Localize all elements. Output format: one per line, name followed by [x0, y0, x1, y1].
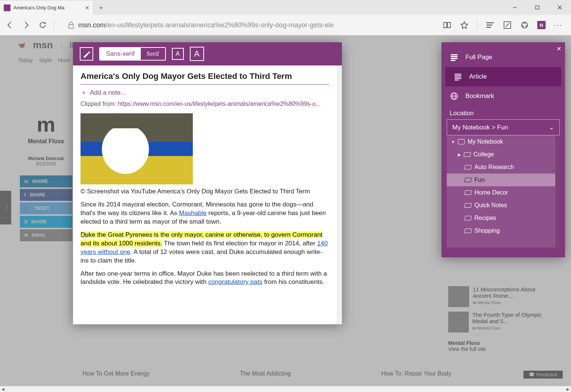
expand-icon[interactable]: ▶: [458, 153, 461, 157]
section-node[interactable]: Quick Notes: [447, 199, 555, 212]
font-toggle: Sans-serif Serif: [99, 47, 166, 61]
mashable-link[interactable]: Mashable: [179, 209, 207, 217]
favorite-button[interactable]: [460, 21, 469, 30]
svg-rect-15: [451, 58, 458, 59]
svg-rect-13: [451, 54, 458, 55]
minimize-button[interactable]: [504, 0, 526, 15]
section-icon: [464, 216, 472, 220]
section-group-node[interactable]: ▶ College: [447, 148, 555, 161]
section-group-icon: [464, 152, 471, 157]
section-icon: [464, 178, 472, 182]
collapse-icon[interactable]: ▼: [451, 140, 455, 144]
onenote-extension-button[interactable]: N: [537, 21, 546, 29]
section-node[interactable]: Fun: [447, 174, 555, 186]
clipper-preview-panel: Sans-serif Serif A A America's Only Dog …: [73, 42, 342, 324]
font-smaller-button[interactable]: A: [172, 48, 184, 60]
highlighter-button[interactable]: [80, 47, 93, 61]
sans-serif-button[interactable]: Sans-serif: [100, 48, 141, 60]
more-button[interactable]: ···: [554, 21, 563, 29]
hub-button[interactable]: [486, 22, 495, 28]
section-icon: [464, 229, 472, 233]
article-hero-image: [81, 113, 193, 184]
chevron-down-icon: ⌄: [549, 123, 554, 131]
notebook-icon: [458, 139, 465, 144]
font-larger-button[interactable]: A: [190, 47, 204, 61]
svg-rect-4: [69, 25, 73, 28]
bookmark-mode[interactable]: Bookmark: [441, 86, 565, 106]
section-icon: [464, 203, 472, 208]
article-paragraph: Duke the Great Pyrenees is the only mayo…: [81, 231, 329, 265]
clipper-toolbar: Sans-serif Serif A A: [73, 42, 342, 65]
full-page-icon: [450, 53, 459, 62]
svg-point-12: [526, 25, 527, 27]
article-paragraph: Since its 2014 mayoral election, Cormora…: [81, 200, 329, 226]
notebook-node[interactable]: ▼ My Notebook: [447, 135, 555, 148]
clip-article-body: © Screenshot via YouTube America's Only …: [73, 113, 337, 298]
url-text: msn.com/en-us/lifestyle/pets-animals/ame…: [78, 21, 334, 29]
svg-rect-16: [451, 60, 455, 61]
titlebar: America's Only Dog Ma ✕ ＋: [0, 0, 571, 15]
article-paragraph: After two one-year terms in office, Mayo…: [81, 270, 329, 287]
article-mode[interactable]: Article: [445, 67, 561, 86]
dismiss-highlight-button[interactable]: ✕: [81, 232, 87, 238]
globe-icon: [450, 92, 459, 101]
serif-button[interactable]: Serif: [141, 48, 165, 60]
svg-point-9: [522, 22, 528, 28]
new-tab-button[interactable]: ＋: [94, 0, 109, 15]
svg-rect-14: [451, 56, 458, 57]
tab-favicon-icon: [4, 4, 10, 11]
tab-title: America's Only Dog Ma: [13, 5, 82, 10]
reading-view-button[interactable]: [443, 21, 452, 30]
forward-button[interactable]: [21, 20, 31, 30]
image-caption: © Screenshot via YouTube America's Only …: [81, 187, 329, 196]
section-node[interactable]: Shopping: [447, 224, 555, 237]
close-panel-button[interactable]: ✕: [556, 45, 561, 52]
refresh-button[interactable]: [37, 20, 48, 30]
share-button[interactable]: [520, 21, 529, 30]
plus-icon: ＋: [81, 88, 87, 97]
location-dropdown[interactable]: My Notebook > Fun ⌄: [447, 119, 560, 135]
back-button[interactable]: [4, 20, 15, 30]
close-window-button[interactable]: [549, 0, 571, 15]
article-icon: [453, 72, 462, 81]
section-icon: [464, 190, 472, 195]
clipped-from: Clipped from: https://www.msn.com/en-us/…: [81, 101, 329, 111]
article-link[interactable]: congratulatory pats: [208, 278, 262, 285]
clipper-options-panel: ✕ Full Page Article Bookmark Location My…: [441, 42, 565, 257]
url-field[interactable]: msn.com/en-us/lifestyle/pets-animals/ame…: [60, 21, 437, 29]
tab-close-button[interactable]: ✕: [85, 5, 89, 11]
location-label: Location: [441, 106, 565, 119]
address-bar: msn.com/en-us/lifestyle/pets-animals/ame…: [0, 15, 571, 36]
svg-point-11: [522, 25, 523, 27]
clip-title: America's Only Dog Mayor Gets Elected to…: [81, 71, 329, 85]
scroll-left-button[interactable]: ◀: [0, 386, 6, 392]
horizontal-scrollbar[interactable]: ◀ ▶: [0, 386, 571, 392]
section-node[interactable]: Home Decor: [447, 186, 555, 199]
notes-button[interactable]: [503, 21, 512, 30]
browser-tab[interactable]: America's Only Dog Ma ✕: [0, 0, 94, 15]
notebook-tree: ▼ My Notebook ▶ College Auto Research Fu…: [447, 135, 560, 248]
section-icon: [464, 165, 472, 169]
scroll-right-button[interactable]: ▶: [565, 386, 571, 392]
lock-icon: [68, 21, 75, 29]
add-note-button[interactable]: ＋ Add a note...: [81, 85, 329, 101]
maximize-button[interactable]: [526, 0, 549, 15]
full-page-mode[interactable]: Full Page: [441, 48, 565, 67]
section-node[interactable]: Auto Research: [447, 161, 555, 174]
svg-rect-1: [536, 6, 539, 9]
section-node[interactable]: Recipes: [447, 212, 555, 224]
svg-point-10: [524, 22, 525, 24]
